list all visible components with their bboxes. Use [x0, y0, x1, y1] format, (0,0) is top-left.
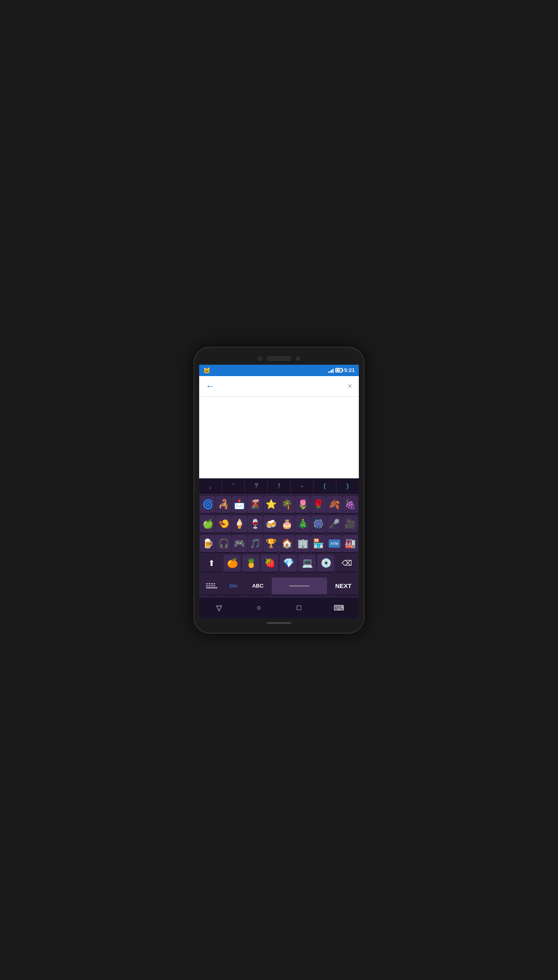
text-input-area[interactable] [199, 397, 359, 478]
function-row: Gio ABC NEXT [199, 576, 359, 598]
nav-back-button[interactable]: ▽ [211, 602, 227, 614]
emoji-gem[interactable]: 💎 [280, 555, 297, 573]
phone-screen: 🐱 ⚡ 5:21 ← × [199, 365, 359, 618]
emoji-fallen-leaf[interactable]: 🍂 [327, 496, 342, 514]
emoji-trophy[interactable]: 🏆 [264, 535, 279, 553]
next-key[interactable]: NEXT [329, 577, 358, 595]
status-bar: 🐱 ⚡ 5:21 [199, 365, 359, 376]
close-button[interactable]: × [347, 381, 352, 391]
backspace-key[interactable]: ⌫ [336, 555, 357, 573]
emoji-row-2: 🍏 🍤 🍦 🍷 🍻 🎂 🎄 🎆 🎤 🎥 [200, 515, 358, 533]
emoji-fireworks[interactable]: 🎆 [311, 515, 326, 533]
nav-keyboard-button[interactable]: ⌨ [331, 602, 347, 614]
notification-icon: 🐱 [203, 367, 210, 374]
emoji-computer[interactable]: 💻 [299, 555, 316, 573]
emoji-rose[interactable]: 🌹 [311, 496, 326, 514]
speaker [267, 357, 291, 361]
abc-key[interactable]: ABC [246, 577, 270, 595]
phone-top-bar [199, 354, 359, 365]
exclamation-key[interactable]: ! [268, 478, 290, 494]
signal-bar-2 [330, 371, 331, 373]
emoji-palm-tree[interactable]: 🌴 [279, 496, 294, 514]
emoji-beers[interactable]: 🍻 [264, 515, 279, 533]
space-key[interactable] [272, 577, 327, 595]
signal-icon [328, 368, 334, 373]
symbol-row: , ' ? ! - ( ) [199, 478, 359, 494]
emoji-christmas-tree[interactable]: 🎄 [295, 515, 310, 533]
navigation-bar: ▽ ○ □ ⌨ [199, 598, 359, 618]
nav-home-button[interactable]: ○ [251, 602, 267, 614]
emoji-music-note[interactable]: 🎵 [248, 535, 263, 553]
emoji-microphone[interactable]: 🎤 [327, 515, 342, 533]
keyboard-switch-key[interactable] [200, 577, 221, 595]
next-label: NEXT [335, 582, 351, 589]
emoji-gamepad[interactable]: 🎮 [232, 535, 247, 553]
emoji-pineapple[interactable]: 🍍 [242, 555, 259, 573]
gio-key[interactable]: Gio [223, 577, 244, 595]
emoji-office[interactable]: 🏢 [295, 535, 310, 553]
emoji-convenience-store[interactable]: 🏪 [311, 535, 326, 553]
emoji-headphones[interactable]: 🎧 [216, 535, 231, 553]
emoji-row-3: 🍺 🎧 🎮 🎵 🏆 🏠 🏢 🏪 ATM 🏭 [200, 535, 358, 553]
space-bar-indicator [289, 586, 310, 586]
emoji-dvd[interactable]: 💿 [317, 555, 334, 573]
sensor [296, 357, 300, 361]
emoji-grid: 🌀 🦂 📩 🌋 ⭐ 🌴 🌷 🌹 🍂 🍇 🍏 🍤 🍦 🍷 [199, 494, 359, 576]
status-left: 🐱 [203, 367, 210, 374]
emoji-wine[interactable]: 🍷 [248, 515, 263, 533]
emoji-scorpion[interactable]: 🦂 [216, 496, 231, 514]
emoji-grapes[interactable]: 🍇 [343, 496, 358, 514]
status-time: 5:21 [344, 367, 355, 373]
atm-label: ATM [329, 540, 340, 548]
emoji-keyboard: , ' ? ! - ( ) 🌀 🦂 📩 🌋 ⭐ 🌴 🌷 [199, 478, 359, 618]
emoji-volcano[interactable]: 🌋 [248, 496, 263, 514]
emoji-cyclone[interactable]: 🌀 [200, 496, 215, 514]
emoji-birthday-cake[interactable]: 🎂 [279, 515, 294, 533]
emoji-row-1: 🌀 🦂 📩 🌋 ⭐ 🌴 🌷 🌹 🍂 🍇 [200, 496, 358, 514]
emoji-movie-camera[interactable]: 🎥 [343, 515, 358, 533]
dash-key[interactable]: - [291, 478, 314, 494]
home-indicator [267, 622, 291, 624]
emoji-house[interactable]: 🏠 [279, 535, 294, 553]
signal-bar-4 [332, 369, 334, 373]
shift-key[interactable]: ⬆ [201, 555, 222, 573]
emoji-beer[interactable]: 🍺 [200, 535, 215, 553]
open-paren-key[interactable]: ( [314, 478, 336, 494]
app-header: ← × [199, 376, 359, 397]
phone-device: 🐱 ⚡ 5:21 ← × [193, 347, 365, 634]
emoji-envelope[interactable]: 📩 [232, 496, 247, 514]
emoji-tulip[interactable]: 🌷 [295, 496, 310, 514]
emoji-atm[interactable]: ATM [327, 535, 342, 553]
abc-label: ABC [252, 583, 264, 589]
question-key[interactable]: ? [245, 478, 268, 494]
emoji-shrimp[interactable]: 🍤 [216, 515, 231, 533]
emoji-tangerine[interactable]: 🍊 [224, 555, 241, 573]
comma-key[interactable]: , [199, 478, 222, 494]
emoji-ice-cream[interactable]: 🍦 [232, 515, 247, 533]
nav-recents-button[interactable]: □ [291, 602, 307, 614]
emoji-strawberry[interactable]: 🍓 [261, 555, 278, 573]
front-camera [258, 357, 262, 361]
status-right: ⚡ 5:21 [328, 367, 355, 373]
close-paren-key[interactable]: ) [336, 478, 359, 494]
signal-bar-3 [331, 370, 332, 373]
emoji-row-4: ⬆ 🍊 🍍 🍓 💎 💻 💿 ⌫ [200, 555, 358, 573]
back-button[interactable]: ← [206, 381, 215, 392]
emoji-green-apple[interactable]: 🍏 [200, 515, 215, 533]
phone-bottom [199, 618, 359, 625]
battery-icon: ⚡ [335, 368, 343, 372]
signal-bar-1 [328, 372, 329, 373]
apostrophe-key[interactable]: ' [222, 478, 245, 494]
emoji-star[interactable]: ⭐ [264, 496, 279, 514]
emoji-factory[interactable]: 🏭 [343, 535, 358, 553]
gio-label: Gio [229, 583, 237, 589]
battery-bolt: ⚡ [337, 369, 341, 372]
